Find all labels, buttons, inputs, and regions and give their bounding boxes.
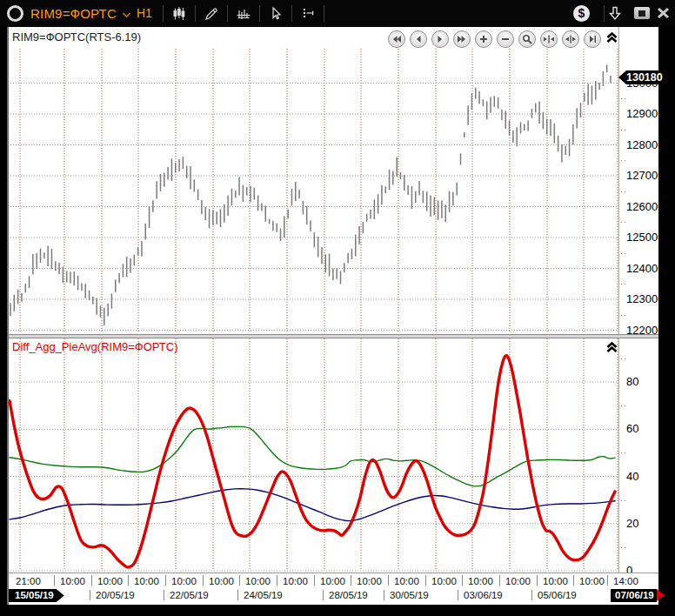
price-minor-tick: ··	[620, 279, 627, 288]
cursor-icon	[268, 6, 284, 21]
indicator-axis-label: 60	[626, 422, 638, 435]
zoom-out-button[interactable]	[497, 30, 514, 48]
price-minor-tick: ··	[620, 125, 627, 134]
date-tick	[164, 590, 164, 600]
chevron-down-icon[interactable]	[122, 6, 131, 22]
price-minor-tick: ··	[620, 187, 627, 196]
levels-chart-icon	[236, 6, 251, 21]
time-label: 10:00	[171, 576, 197, 586]
collapse-pane-icon[interactable]	[605, 31, 618, 47]
time-tick	[573, 575, 574, 586]
restore-window-button[interactable]	[634, 7, 650, 19]
time-tick	[239, 575, 240, 586]
price-axis-label: 128000	[626, 138, 664, 151]
chart-nav-buttons	[388, 30, 601, 48]
date-tick	[90, 590, 90, 600]
price-minor-tick: ··	[620, 218, 627, 226]
time-label: 10:00	[97, 576, 123, 586]
toolbar-right: $	[573, 0, 675, 26]
dollar-icon[interactable]: $	[573, 5, 590, 22]
price-minor-tick: ··	[620, 249, 627, 258]
indicator-button[interactable]	[296, 3, 320, 23]
price-axis-label: 127000	[626, 169, 664, 182]
last-price-tag: 130180	[618, 70, 665, 84]
toolbar-separator	[604, 5, 605, 22]
date-label: 05/06/19	[538, 590, 577, 600]
time-tick	[607, 575, 608, 586]
toolbar-separator	[259, 5, 260, 22]
candlestick-icon	[171, 6, 187, 21]
cursor-button[interactable]	[264, 3, 288, 23]
main-chart-title: RIM9=ФОРТС(RTS-6.19)	[12, 30, 141, 44]
main-grid	[8, 49, 618, 333]
first-date-tag: 15/05/19	[9, 589, 64, 602]
timeframe-label[interactable]: H1	[137, 6, 152, 20]
last-date-arrow-icon	[657, 589, 665, 601]
price-minor-tick: ··	[620, 94, 627, 103]
time-tick	[537, 575, 538, 586]
toolbar-separator	[324, 5, 324, 22]
toolbar: RIM9=ФОРТС H1 $	[0, 0, 675, 26]
time-tick	[128, 575, 129, 586]
pencil-icon	[204, 6, 219, 21]
time-label: 10:00	[579, 576, 605, 586]
restore-icon	[638, 10, 645, 17]
close-window-button[interactable]	[657, 7, 670, 19]
indicator-axis-label: 80	[626, 375, 638, 388]
price-axis-label: 124000	[626, 262, 664, 275]
time-tick	[91, 575, 92, 586]
indicator-minor-tick: ··	[620, 401, 627, 410]
indicator-plot[interactable]	[7, 338, 619, 572]
time-label: 10:00	[431, 576, 457, 586]
toolbar-separator	[227, 5, 228, 22]
time-label: 21:00	[16, 576, 41, 586]
compress-scale-button[interactable]	[540, 30, 558, 48]
date-label: 20/05/19	[96, 590, 135, 600]
scroll-fast-right-button[interactable]	[453, 30, 471, 48]
chart-window: RIM9=ФОРТС(RTS-6.19) 1300001290001280001…	[7, 27, 658, 605]
collapse-indicator-icon[interactable]	[605, 341, 618, 357]
date-tick	[323, 590, 324, 600]
price-axis-label: 129000	[626, 107, 664, 120]
time-tick	[54, 575, 55, 586]
date-label: 22/05/19	[170, 590, 209, 600]
scroll-right-button[interactable]	[431, 30, 449, 48]
fwd-icon	[456, 33, 468, 45]
download-arrow-icon[interactable]	[608, 6, 622, 21]
last-date-text: 07/06/19	[611, 589, 657, 602]
plus-icon	[478, 33, 490, 45]
zoom-in-button[interactable]	[475, 30, 492, 48]
scroll-left-button[interactable]	[410, 30, 427, 48]
price-bars	[10, 65, 611, 326]
chart-left-frame	[7, 27, 9, 605]
scroll-fast-left-button[interactable]	[388, 30, 405, 48]
time-label: 10:00	[60, 576, 85, 586]
date-tick	[531, 590, 532, 600]
indicator-list-icon	[300, 6, 316, 21]
time-label: 14:00	[613, 576, 638, 586]
symbol-selector[interactable]: RIM9=ФОРТС	[30, 6, 117, 21]
time-tick	[499, 575, 500, 586]
draw-button[interactable]	[199, 3, 224, 23]
zoom-box-button[interactable]	[518, 30, 536, 48]
indicator-minor-tick: ··	[620, 496, 627, 505]
indicator-minor-tick: ··	[620, 543, 627, 552]
expand-scale-button[interactable]	[562, 30, 579, 48]
time-label: 10:00	[357, 576, 382, 586]
date-label: 03/06/19	[464, 590, 503, 600]
time-tick	[277, 575, 277, 586]
time-label: 10:00	[394, 576, 419, 586]
time-tick	[425, 575, 426, 586]
chart-type-button[interactable]	[167, 3, 191, 23]
pane-splitter[interactable]	[7, 334, 658, 338]
price-axis-label: 123000	[626, 292, 664, 305]
main-plot[interactable]	[7, 27, 619, 334]
time-tick	[351, 575, 351, 586]
minus-icon	[499, 33, 511, 45]
mag-icon	[521, 33, 533, 45]
time-tick	[388, 575, 389, 586]
time-axis[interactable]: 15/05/19 07/06/19 21:0010:0010:0010:0010…	[7, 572, 658, 605]
prev-icon	[412, 33, 424, 45]
go-to-end-button[interactable]	[584, 30, 601, 48]
market-profile-button[interactable]	[231, 3, 256, 23]
